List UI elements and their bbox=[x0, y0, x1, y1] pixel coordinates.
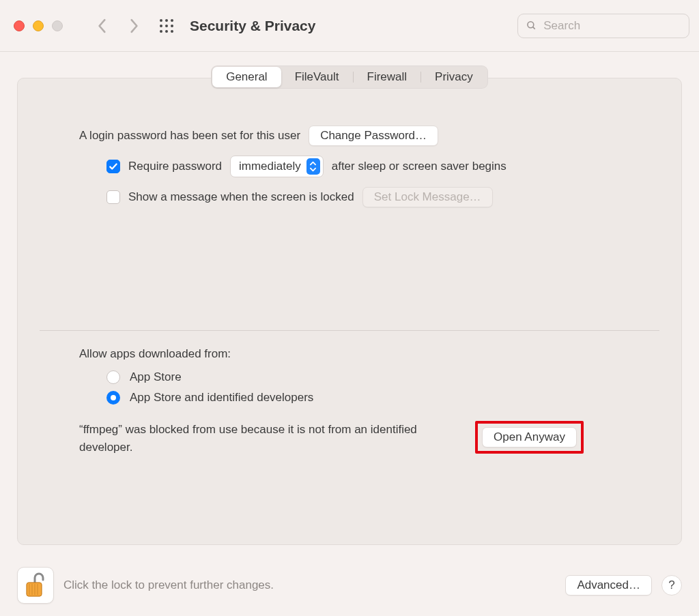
tab-filevault[interactable]: FileVault bbox=[281, 67, 353, 87]
open-anyway-button[interactable]: Open Anyway bbox=[482, 427, 577, 448]
check-icon bbox=[109, 162, 118, 171]
search-input[interactable] bbox=[542, 18, 681, 33]
open-anyway-highlight: Open Anyway bbox=[475, 421, 584, 454]
tab-privacy[interactable]: Privacy bbox=[421, 67, 487, 87]
search-field[interactable] bbox=[517, 14, 689, 38]
password-delay-value: immediately bbox=[239, 160, 301, 173]
change-password-button[interactable]: Change Password… bbox=[309, 126, 438, 146]
svg-point-6 bbox=[160, 30, 162, 33]
set-lock-message-button: Set Lock Message… bbox=[362, 187, 493, 207]
show-message-label: Show a message when the screen is locked bbox=[128, 190, 354, 204]
blocked-app-message: “ffmpeg” was blocked from use because it… bbox=[79, 421, 461, 456]
require-password-checkbox[interactable] bbox=[106, 160, 120, 173]
search-icon bbox=[526, 20, 537, 31]
radio-identified-developers-label: App Store and identified developers bbox=[130, 391, 313, 405]
window-title: Security & Privacy bbox=[190, 18, 315, 34]
svg-line-10 bbox=[533, 27, 535, 29]
radio-identified-developers[interactable] bbox=[106, 391, 120, 405]
svg-point-0 bbox=[160, 19, 162, 22]
svg-point-2 bbox=[171, 19, 173, 22]
svg-point-9 bbox=[528, 22, 534, 28]
tab-bar: General FileVault Firewall Privacy bbox=[211, 65, 488, 89]
show-all-prefs-icon[interactable] bbox=[158, 18, 175, 34]
svg-point-8 bbox=[171, 30, 173, 33]
help-button[interactable]: ? bbox=[661, 575, 682, 596]
svg-point-7 bbox=[165, 30, 168, 33]
svg-point-4 bbox=[165, 25, 168, 27]
settings-panel: General FileVault Firewall Privacy A log… bbox=[17, 78, 682, 545]
require-password-label: Require password bbox=[128, 160, 222, 173]
back-button[interactable] bbox=[90, 14, 115, 38]
show-message-checkbox[interactable] bbox=[106, 190, 120, 204]
zoom-window-button bbox=[52, 20, 63, 31]
minimize-window-button[interactable] bbox=[33, 20, 44, 31]
lock-button[interactable] bbox=[17, 567, 54, 604]
svg-point-5 bbox=[171, 25, 173, 27]
after-sleep-label: after sleep or screen saver begins bbox=[332, 160, 507, 173]
divider bbox=[40, 330, 659, 331]
login-password-label: A login password has been set for this u… bbox=[79, 129, 300, 143]
tab-general[interactable]: General bbox=[212, 67, 281, 87]
advanced-button[interactable]: Advanced… bbox=[565, 575, 652, 596]
svg-point-1 bbox=[165, 19, 168, 22]
unlocked-padlock-icon bbox=[23, 572, 48, 599]
svg-point-3 bbox=[160, 25, 162, 27]
window-controls bbox=[14, 20, 63, 31]
password-delay-select[interactable]: immediately bbox=[230, 156, 324, 177]
radio-app-store[interactable] bbox=[106, 370, 120, 384]
close-window-button[interactable] bbox=[14, 20, 25, 31]
lock-hint-label: Click the lock to prevent further change… bbox=[63, 578, 274, 592]
select-stepper-icon bbox=[306, 158, 320, 175]
forward-button bbox=[122, 14, 146, 38]
tab-firewall[interactable]: Firewall bbox=[354, 67, 421, 87]
toolbar: Security & Privacy bbox=[0, 0, 699, 52]
allow-apps-heading: Allow apps downloaded from: bbox=[79, 347, 620, 361]
radio-app-store-label: App Store bbox=[130, 370, 182, 384]
svg-rect-11 bbox=[27, 583, 42, 596]
